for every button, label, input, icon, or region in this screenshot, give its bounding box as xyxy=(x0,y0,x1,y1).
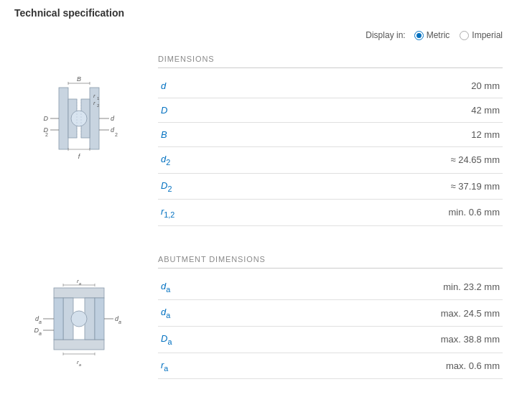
dimensions-table: d 20 mm D 42 mm B 12 mm d2 ≈ 24.65 mm D2 xyxy=(158,74,503,226)
imperial-label: Imperial xyxy=(472,30,503,40)
param-d: d xyxy=(158,74,365,98)
value-B: 12 mm xyxy=(365,123,503,147)
svg-text:r: r xyxy=(93,100,96,106)
param-D: D xyxy=(158,98,365,123)
svg-text:da: da xyxy=(115,315,121,325)
svg-rect-33 xyxy=(54,288,104,298)
svg-point-39 xyxy=(71,311,87,327)
value-d: 20 mm xyxy=(365,74,503,98)
dimensions-spec-area: DIMENSIONS d 20 mm D 42 mm B 12 mm d2 ≈ … xyxy=(144,55,503,226)
value-D: 42 mm xyxy=(365,98,503,123)
table-row: d 20 mm xyxy=(158,74,503,98)
value-Da: max. 38.8 mm xyxy=(365,326,503,353)
param-r12: r1,2 xyxy=(158,200,365,226)
imperial-radio[interactable]: Imperial xyxy=(460,30,503,40)
table-row: D 42 mm xyxy=(158,98,503,123)
param-B: B xyxy=(158,123,365,147)
dimensions-heading: DIMENSIONS xyxy=(158,55,503,68)
param-D2: D2 xyxy=(158,173,365,200)
unit-radio-group[interactable]: Metric Imperial xyxy=(414,30,503,40)
svg-text:da: da xyxy=(35,315,42,325)
display-in-bar: Display in: Metric Imperial xyxy=(14,30,503,40)
param-ra: ra xyxy=(158,353,365,379)
svg-text:f: f xyxy=(78,153,81,160)
param-d2: d2 xyxy=(158,147,365,174)
table-row: B 12 mm xyxy=(158,123,503,147)
svg-text:D: D xyxy=(44,115,49,122)
param-da-min: da xyxy=(158,274,365,300)
value-da-max: max. 24.5 mm xyxy=(365,300,503,327)
param-Da: Da xyxy=(158,326,365,353)
value-d2: ≈ 24.65 mm xyxy=(365,147,503,174)
svg-text:r: r xyxy=(93,93,96,99)
table-row: ra max. 0.6 mm xyxy=(158,353,503,379)
abutment-table: da min. 23.2 mm da max. 24.5 mm Da max. … xyxy=(158,274,503,379)
table-row: da min. 23.2 mm xyxy=(158,274,503,300)
value-r12: min. 0.6 mm xyxy=(365,200,503,226)
abutment-diagram: ra da da Da ra xyxy=(14,255,144,384)
table-row: Da max. 38.8 mm xyxy=(158,326,503,353)
svg-text:ra: ra xyxy=(77,359,82,367)
svg-rect-37 xyxy=(54,298,63,340)
param-da-max: da xyxy=(158,300,365,327)
table-row: da max. 24.5 mm xyxy=(158,300,503,327)
svg-rect-38 xyxy=(95,298,104,340)
table-row: d2 ≈ 24.65 mm xyxy=(158,147,503,174)
value-ra: max. 0.6 mm xyxy=(365,353,503,379)
svg-point-8 xyxy=(71,111,87,126)
svg-text:B: B xyxy=(77,75,81,83)
svg-rect-4 xyxy=(59,88,68,149)
abutment-heading: ABUTMENT DIMENSIONS xyxy=(158,255,503,269)
value-D2: ≈ 37.19 mm xyxy=(365,173,503,200)
svg-text:d: d xyxy=(111,115,115,122)
svg-rect-34 xyxy=(54,340,104,350)
svg-text:2: 2 xyxy=(45,132,48,137)
svg-text:2: 2 xyxy=(115,132,118,137)
table-row: D2 ≈ 37.19 mm xyxy=(158,173,503,200)
svg-text:ra: ra xyxy=(77,278,82,286)
table-row: r1,2 min. 0.6 mm xyxy=(158,200,503,226)
abutment-section: ra da da Da ra xyxy=(14,255,503,384)
abutment-spec-area: ABUTMENT DIMENSIONS da min. 23.2 mm da m… xyxy=(144,255,503,379)
dimensions-section: B D D 2 d d xyxy=(14,55,503,226)
display-in-label: Display in: xyxy=(365,30,405,40)
abutment-svg: ra da da Da ra xyxy=(29,262,129,377)
cross-section-svg: B D D 2 d d xyxy=(29,62,129,177)
metric-label: Metric xyxy=(427,30,450,40)
metric-radio[interactable]: Metric xyxy=(414,30,450,40)
imperial-radio-circle xyxy=(460,31,469,40)
metric-radio-circle xyxy=(414,31,424,40)
dimensions-diagram: B D D 2 d d xyxy=(14,55,144,184)
value-da-min: min. 23.2 mm xyxy=(365,274,503,300)
page-title: Technical specification xyxy=(14,7,503,19)
svg-text:Da: Da xyxy=(34,327,42,336)
